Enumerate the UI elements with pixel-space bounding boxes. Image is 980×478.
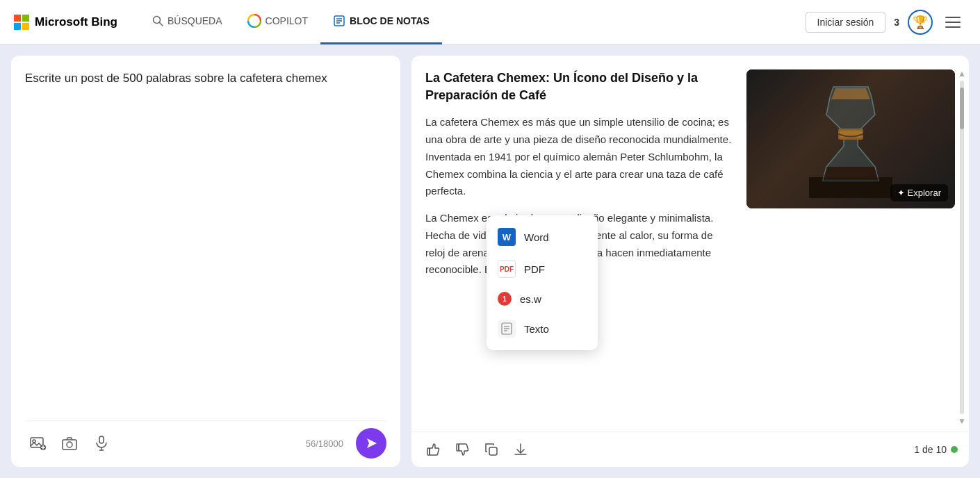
signin-button[interactable]: Iniciar sesión xyxy=(806,12,886,33)
nav-item-notepad[interactable]: BLOC DE NOTAS xyxy=(320,0,442,44)
send-button[interactable] xyxy=(356,428,386,459)
menu-button[interactable] xyxy=(941,10,966,35)
add-image-icon xyxy=(29,435,46,452)
pdf-icon: PDF xyxy=(498,260,516,278)
brand-name: Microsoft Bing xyxy=(35,15,117,29)
article-para-1: La cafetera Chemex es más que un simple … xyxy=(425,114,733,200)
scrollbar[interactable]: ▲ ▼ xyxy=(959,69,965,425)
page-indicator-text: 1 de 10 xyxy=(914,444,947,455)
svg-rect-26 xyxy=(457,444,459,451)
brand-logo[interactable]: Microsoft Bing xyxy=(14,15,117,30)
nav-copilot-label: COPILOT xyxy=(266,15,308,26)
prompt-text: Escrite un post de 500 palabras sobre la… xyxy=(25,69,386,420)
es-badge-icon: 1 xyxy=(498,292,512,306)
svg-rect-1 xyxy=(22,15,29,22)
right-bottom-toolbar: 1 de 10 xyxy=(411,431,969,467)
scroll-up-arrow[interactable]: ▲ xyxy=(958,69,966,78)
texto-label: Texto xyxy=(524,323,549,335)
thumbs-up-button[interactable] xyxy=(423,439,443,460)
scroll-track xyxy=(960,81,964,414)
scroll-thumb xyxy=(960,88,964,129)
svg-point-17 xyxy=(67,442,72,447)
add-image-button[interactable] xyxy=(25,431,50,456)
svg-rect-0 xyxy=(14,15,21,22)
thumbs-down-icon xyxy=(455,442,470,457)
word-label: Word xyxy=(524,231,549,243)
download-button[interactable] xyxy=(510,439,531,460)
explore-icon: ✦ xyxy=(897,188,905,198)
badge-count: 3 xyxy=(894,17,899,28)
nav-item-search[interactable]: BÚSQUEDA xyxy=(140,0,235,44)
thumbs-up-icon xyxy=(425,442,441,457)
dropdown-item-pdf[interactable]: PDF PDF xyxy=(487,253,598,285)
green-status-dot xyxy=(951,446,958,453)
download-icon xyxy=(513,442,528,457)
notepad-icon xyxy=(333,15,345,27)
send-icon xyxy=(364,436,378,450)
page-indicator: 1 de 10 xyxy=(914,444,958,455)
trophy-button[interactable]: 🏆 xyxy=(908,10,933,35)
dropdown-item-texto[interactable]: Texto xyxy=(487,313,598,345)
nav-item-copilot[interactable]: COPILOT xyxy=(235,0,320,44)
svg-rect-25 xyxy=(427,448,430,455)
svg-line-5 xyxy=(160,23,163,26)
copy-icon xyxy=(484,442,499,457)
left-panel: Escrite un post de 500 palabras sobre la… xyxy=(11,56,400,467)
char-count: 56/18000 xyxy=(306,438,343,449)
nav-notepad-label: BLOC DE NOTAS xyxy=(350,15,430,26)
scroll-down-arrow[interactable]: ▼ xyxy=(958,417,966,425)
chemex-svg xyxy=(809,80,892,198)
nav-search-label: BÚSQUEDA xyxy=(168,15,222,26)
explore-overlay[interactable]: ✦ Explorar xyxy=(890,184,948,201)
trophy-icon: 🏆 xyxy=(913,15,928,30)
nav-items: BÚSQUEDA COPILOT BLOC DE NOTAS xyxy=(140,0,800,44)
hamburger-line-3 xyxy=(945,26,961,28)
thumbs-down-button[interactable] xyxy=(452,439,473,460)
microsoft-logo-icon xyxy=(14,15,29,30)
microphone-button[interactable] xyxy=(89,431,114,456)
top-navigation: Microsoft Bing BÚSQUEDA COPILOT xyxy=(0,0,980,44)
search-icon xyxy=(152,15,163,26)
es-badge-label: 1 xyxy=(503,295,507,303)
nav-right: Iniciar sesión 3 🏆 xyxy=(806,10,967,35)
svg-rect-16 xyxy=(63,440,76,450)
svg-rect-18 xyxy=(99,436,104,443)
camera-icon xyxy=(61,435,78,452)
word-icon: W xyxy=(498,228,516,246)
explore-label: Explorar xyxy=(908,188,941,198)
dropdown-item-es[interactable]: 1 es.w xyxy=(487,285,598,313)
pdf-icon-label: PDF xyxy=(500,265,514,273)
camera-button[interactable] xyxy=(57,431,82,456)
dropdown-item-word[interactable]: W Word xyxy=(487,221,598,253)
svg-rect-3 xyxy=(22,23,29,30)
copy-button[interactable] xyxy=(481,439,502,460)
main-content: Escrite un post de 500 palabras sobre la… xyxy=(0,44,980,478)
article-image-container: ✦ Explorar xyxy=(746,69,955,288)
svg-marker-21 xyxy=(367,438,377,448)
export-dropdown-menu: W Word PDF PDF 1 es.w xyxy=(487,215,598,350)
word-icon-label: W xyxy=(503,232,511,242)
microphone-icon xyxy=(93,435,110,452)
article-image: ✦ Explorar xyxy=(746,69,955,208)
svg-rect-2 xyxy=(14,23,21,30)
article-title: La Cafetera Chemex: Un Ícono del Diseño … xyxy=(425,69,733,104)
left-panel-toolbar: 56/18000 xyxy=(25,420,386,459)
pdf-label: PDF xyxy=(524,263,545,275)
es-label: es.w xyxy=(520,293,541,305)
text-file-icon xyxy=(498,320,516,338)
hamburger-line-1 xyxy=(945,17,961,18)
text-file-svg xyxy=(501,322,512,335)
svg-rect-27 xyxy=(489,447,497,455)
copilot-icon xyxy=(247,14,261,28)
hamburger-line-2 xyxy=(945,22,961,23)
